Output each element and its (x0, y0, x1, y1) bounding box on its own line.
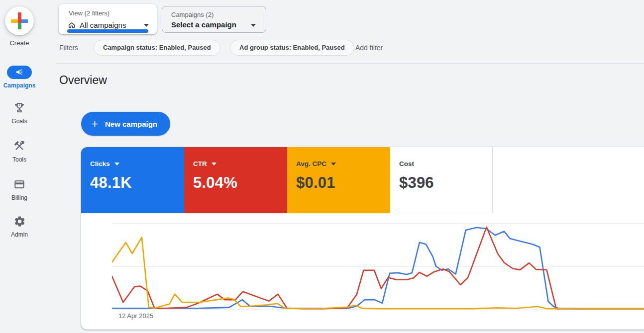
chevron-down-icon (144, 24, 149, 27)
view-selector[interactable]: View (2 filters) All campaigns (59, 4, 157, 34)
campaign-selector-value: Select a campaign (171, 20, 236, 29)
metric-card-cost[interactable]: Cost $396 (390, 147, 493, 213)
create-circle[interactable] (5, 6, 34, 35)
sidebar-item-goals[interactable]: Goals (0, 101, 39, 125)
overview-card: Clicks 48.1K CTR 5.04% Avg. CPC $0.01 Co… (81, 147, 644, 330)
megaphone-icon (15, 68, 24, 77)
sidebar-item-label: Goals (0, 118, 39, 125)
tools-icon (13, 140, 26, 153)
metric-value: 48.1K (90, 174, 184, 192)
chevron-down-icon (212, 163, 216, 166)
chart-x-axis-start-label: 12 Apr 2025 (118, 312, 153, 320)
filters-label: Filters (59, 44, 78, 52)
view-selector-label: View (2 filters) (69, 9, 109, 17)
metric-value: 5.04% (193, 174, 287, 192)
filter-chip-ad-group-status[interactable]: Ad group status: Enabled, Paused (230, 40, 354, 56)
sidebar-item-label: Admin (0, 231, 39, 238)
campaign-selector[interactable]: Campaigns (2) Select a campaign (162, 6, 266, 33)
add-filter-button[interactable]: Add filter (355, 44, 383, 52)
metric-label: CTR (193, 160, 207, 167)
sidebar-item-campaigns[interactable]: Campaigns (0, 65, 39, 89)
sidebar-item-label: Tools (0, 156, 39, 163)
view-selected-indicator (67, 29, 148, 33)
credit-card-icon (13, 178, 26, 191)
metric-row: Clicks 48.1K CTR 5.04% Avg. CPC $0.01 Co… (81, 147, 644, 213)
gear-icon (13, 215, 26, 228)
create-button[interactable]: Create (0, 6, 39, 47)
chevron-down-icon (331, 163, 336, 166)
metric-label: Cost (399, 160, 414, 167)
create-label: Create (0, 39, 39, 47)
metric-card-avg-cpc[interactable]: Avg. CPC $0.01 (287, 147, 390, 213)
trophy-icon (13, 101, 26, 114)
chevron-down-icon (251, 24, 256, 27)
sidebar-item-billing[interactable]: Billing (0, 177, 39, 201)
new-campaign-label: New campaign (105, 120, 157, 128)
new-campaign-button[interactable]: New campaign (81, 112, 170, 136)
plus-icon (90, 119, 100, 129)
metric-label: Clicks (90, 160, 110, 167)
filter-chip-campaign-status[interactable]: Campaign status: Enabled, Paused (94, 40, 220, 56)
sidebar-item-label: Billing (0, 194, 39, 201)
campaigns-active-pill (7, 66, 32, 79)
metric-value: $0.01 (296, 174, 390, 192)
google-ads-overview-page: Create Campaigns (0, 0, 644, 333)
performance-line-chart[interactable] (112, 220, 644, 314)
metric-card-ctr[interactable]: CTR 5.04% (184, 147, 287, 213)
campaign-selector-label: Campaigns (2) (171, 11, 214, 18)
metric-value: $396 (399, 174, 492, 192)
sidebar-item-label: Campaigns (0, 82, 39, 89)
metric-label: Avg. CPC (296, 160, 326, 167)
page-title: Overview (59, 74, 107, 87)
google-plus-icon (11, 12, 28, 29)
header-divider (56, 63, 644, 64)
view-selector-value: All campaigns (80, 21, 126, 29)
sidebar-item-admin[interactable]: Admin (0, 214, 39, 238)
chevron-down-icon (114, 163, 119, 166)
home-icon (67, 20, 76, 29)
metric-card-clicks[interactable]: Clicks 48.1K (81, 147, 184, 213)
sidebar: Create Campaigns (0, 0, 39, 333)
sidebar-item-tools[interactable]: Tools (0, 139, 39, 163)
